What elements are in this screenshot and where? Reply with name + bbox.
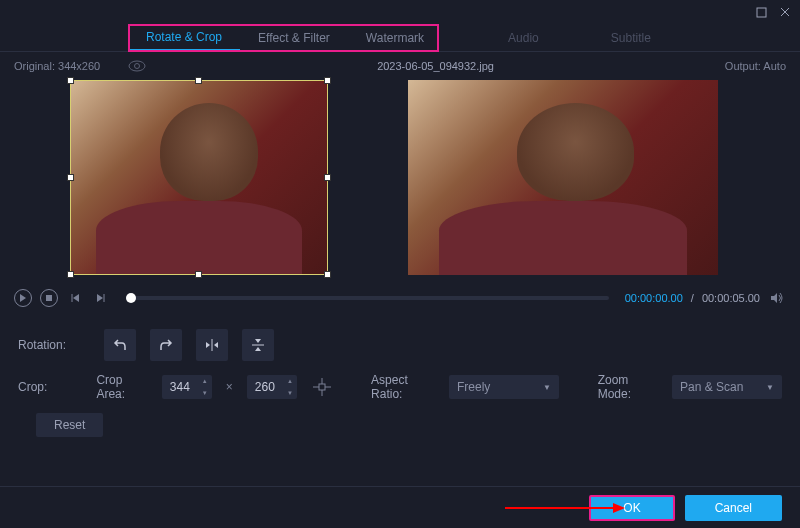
time-current: 00:00:00.00 (625, 292, 683, 304)
svg-marker-8 (73, 294, 79, 302)
time-sep: / (691, 292, 694, 304)
ok-button[interactable]: OK (589, 495, 674, 521)
tabs: Rotate & Crop Effect & Filter Watermark … (0, 24, 800, 52)
zoom-mode-select[interactable]: Pan & Scan▼ (672, 375, 782, 399)
crop-handle-n[interactable] (195, 77, 202, 84)
svg-point-4 (135, 64, 140, 69)
rotation-row: Rotation: (18, 329, 782, 361)
cancel-button[interactable]: Cancel (685, 495, 782, 521)
titlebar (0, 0, 800, 24)
svg-marker-11 (771, 293, 777, 303)
stop-button[interactable] (40, 289, 58, 307)
output-label: Output: Auto (725, 60, 786, 72)
svg-marker-9 (97, 294, 103, 302)
tab-rotate-crop[interactable]: Rotate & Crop (128, 24, 240, 51)
original-preview[interactable] (70, 80, 328, 275)
width-down[interactable]: ▼ (198, 387, 212, 399)
aspect-ratio-select[interactable]: Freely▼ (449, 375, 559, 399)
output-preview (408, 80, 718, 275)
play-button[interactable] (14, 289, 32, 307)
info-row: Original: 344x260 2023-06-05_094932.jpg … (0, 52, 800, 80)
prev-frame-button[interactable] (66, 289, 84, 307)
x-sep: × (226, 380, 233, 394)
rotate-left-button[interactable] (104, 329, 136, 361)
footer: OK Cancel (0, 486, 800, 528)
crop-handle-w[interactable] (67, 174, 74, 181)
next-frame-button[interactable] (92, 289, 110, 307)
svg-marker-14 (214, 342, 218, 348)
output-thumb (408, 80, 718, 275)
close-button[interactable] (778, 5, 792, 19)
aspect-ratio-label: Aspect Ratio: (371, 373, 435, 401)
maximize-button[interactable] (754, 5, 768, 19)
crop-height-input[interactable]: 260▲▼ (247, 375, 297, 399)
crop-handle-se[interactable] (324, 271, 331, 278)
volume-icon[interactable] (768, 289, 786, 307)
svg-marker-16 (255, 339, 261, 343)
tab-audio: Audio (490, 24, 557, 51)
crop-width-input[interactable]: 344▲▼ (162, 375, 212, 399)
tab-subtitle: Subtitle (593, 24, 669, 51)
crop-row: Crop: Crop Area: 344▲▼ × 260▲▼ Aspect Ra… (18, 373, 782, 401)
svg-rect-22 (319, 384, 325, 390)
width-up[interactable]: ▲ (198, 375, 212, 387)
height-up[interactable]: ▲ (283, 375, 297, 387)
preview-row (0, 80, 800, 275)
crop-area-label: Crop Area: (96, 373, 147, 401)
svg-point-3 (129, 61, 145, 71)
center-crop-icon[interactable] (311, 375, 332, 399)
tab-watermark[interactable]: Watermark (348, 24, 442, 51)
flip-vertical-button[interactable] (242, 329, 274, 361)
rotate-right-button[interactable] (150, 329, 182, 361)
reset-button[interactable]: Reset (36, 413, 103, 437)
crop-handle-ne[interactable] (324, 77, 331, 84)
crop-handle-s[interactable] (195, 271, 202, 278)
svg-marker-17 (255, 347, 261, 351)
chevron-down-icon: ▼ (543, 383, 551, 392)
height-down[interactable]: ▼ (283, 387, 297, 399)
eye-icon[interactable] (128, 60, 146, 72)
aspect-ratio-value: Freely (457, 380, 490, 394)
controls-panel: Rotation: Crop: Crop Area: 344▲▼ × 260▲▼… (0, 315, 800, 451)
crop-width-value: 344 (162, 380, 198, 394)
svg-rect-6 (46, 295, 52, 301)
crop-handle-nw[interactable] (67, 77, 74, 84)
crop-label: Crop: (18, 380, 82, 394)
chevron-down-icon: ▼ (766, 383, 774, 392)
crop-handle-e[interactable] (324, 174, 331, 181)
seek-track[interactable] (126, 296, 609, 300)
playhead[interactable] (126, 293, 136, 303)
zoom-mode-label: Zoom Mode: (598, 373, 658, 401)
time-duration: 00:00:05.00 (702, 292, 760, 304)
svg-rect-0 (757, 8, 766, 17)
playback-controls: 00:00:00.00/00:00:05.00 (0, 281, 800, 315)
crop-height-value: 260 (247, 380, 283, 394)
filename-label: 2023-06-05_094932.jpg (146, 60, 725, 72)
crop-frame[interactable] (70, 80, 328, 275)
zoom-mode-value: Pan & Scan (680, 380, 743, 394)
rotation-label: Rotation: (18, 338, 90, 352)
tab-effect-filter[interactable]: Effect & Filter (240, 24, 348, 51)
svg-marker-13 (206, 342, 210, 348)
original-size-label: Original: 344x260 (14, 60, 100, 72)
flip-horizontal-button[interactable] (196, 329, 228, 361)
svg-marker-5 (20, 294, 26, 302)
crop-handle-sw[interactable] (67, 271, 74, 278)
